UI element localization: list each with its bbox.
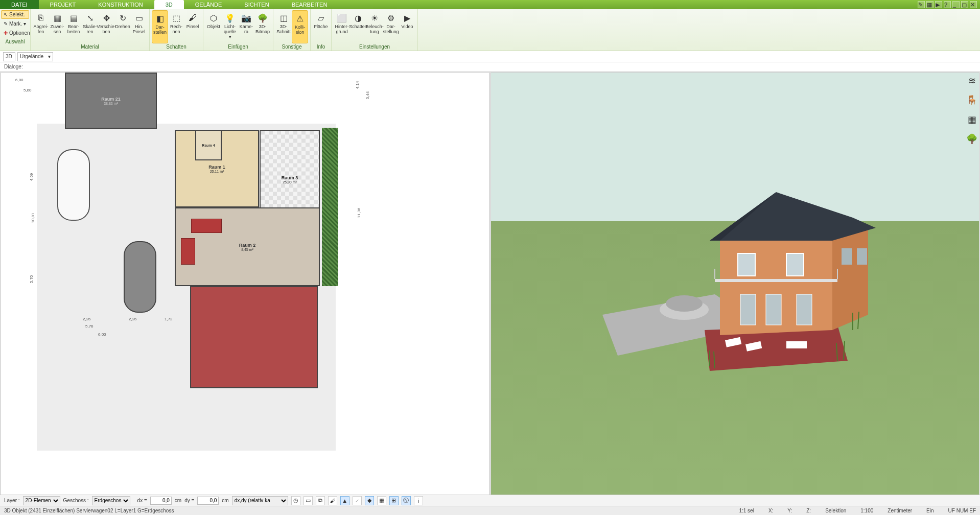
geschoss-select[interactable]: Erdgeschos [92,496,130,505]
ribbon-icon: ◫ [278,12,289,24]
paint-icon[interactable]: 🖌 [328,496,337,505]
group-schatten-label: Schatten [150,43,203,51]
ribbon-rg-sch-2[interactable]: 🖌Pinsel [184,10,201,43]
ribbon-rg-mat-5[interactable]: ↻Drehen [114,10,131,43]
input-bar: Layer : 2D-Elemen Geschoss : Erdgeschos … [0,495,980,506]
ribbon-rg-sch-0[interactable]: ◧Dar-stellen [152,10,168,43]
ribbon-rg-set-1[interactable]: ◑Schatten [350,10,366,43]
mark-button[interactable]: ✎Mark.▾ [1,19,29,28]
chair-icon[interactable]: 🪑 [966,94,978,106]
ortho-icon[interactable]: ⊞ [389,496,399,505]
group-sonstige-label: Sonstige [273,43,310,51]
status-ein: Ein [926,508,934,513]
info-icon[interactable]: i [414,496,423,505]
ribbon-rg-ein-0[interactable]: ⬡Objekt [205,10,222,43]
ribbon-rg-mat-3[interactable]: ⤡Skalie-ren [82,10,98,43]
menu-gelaende[interactable]: GELÄNDE [184,0,234,9]
dy-label: dy = [184,498,194,503]
snap-obj-icon[interactable]: Ⓝ [402,496,411,505]
options-button[interactable]: ✚Optionen [1,29,29,37]
ribbon-rg-son-0[interactable]: ◫3D-Schnitt [275,10,292,43]
ribbon-rg-set-4[interactable]: ▶Video [399,10,415,43]
menu-3d[interactable]: 3D [154,0,184,9]
ribbon-rg-mat-4[interactable]: ✥Verschie-ben [98,10,114,43]
close-icon[interactable]: ✕ [970,1,977,8]
status-z: Z: [806,508,811,513]
3d-view[interactable] [491,72,979,498]
ribbon-rg-ein-3[interactable]: 🌳3D-Bitmap [254,10,271,43]
layers-icon[interactable]: ≋ [966,75,978,87]
ribbon-icon: ⬡ [208,12,219,24]
clock-icon[interactable]: ◷ [291,496,300,505]
svg-rect-6 [738,253,755,276]
ribbon-icon: ▭ [133,12,145,24]
ribbon-rg-set-0[interactable]: ⬜Hinter-grund [334,10,350,43]
coord-mode-select[interactable]: dx,dy (relativ ka [232,496,288,505]
snap-end-icon[interactable]: ▲ [340,496,349,505]
minimize-icon[interactable]: _ [952,1,960,8]
ribbon-rg-mat-6[interactable]: ▭Hin.Pinsel [131,10,147,43]
2d-view[interactable]: Raum 2138,83 m² Raum 120,11 m² Raum 4 Ra… [1,72,489,498]
grid-icon[interactable]: ▦ [377,496,386,505]
layer-select[interactable]: Urgelände▾ [17,52,53,61]
room-2[interactable]: Raum 28,45 m² [175,207,320,286]
workspace: Raum 2138,83 m² Raum 120,11 m² Raum 4 Ra… [0,72,980,499]
maximize-icon[interactable]: ▢ [961,1,968,8]
svg-rect-9 [857,248,867,265]
ribbon-rg-sch-1[interactable]: ⬚Rech-nen [168,10,184,43]
svg-rect-11 [766,294,781,325]
ribbon-rg-set-3[interactable]: ⚙Dar-stellung [383,10,399,43]
dim-label: 4,14 [355,81,360,89]
room-4[interactable]: Raum 4 [195,130,222,160]
play-icon[interactable]: ▶ [935,1,942,8]
ribbon-icon: ▱ [315,12,326,24]
color-icon[interactable]: ▦ [926,1,934,8]
dim-label: 10,81 [31,213,35,223]
status-y: Y: [787,508,792,513]
help-icon[interactable]: ? [944,1,951,8]
menu-bearbeiten[interactable]: BEARBEITEN [281,0,339,9]
ribbon-icon: 📷 [241,12,252,24]
dx-label: dx = [137,498,147,503]
snap-mid-icon[interactable]: ◆ [365,496,374,505]
ribbon-icon: ⚙ [385,12,396,24]
ribbon-rg-ein-1[interactable]: 💡Licht-quelle ▾ [222,10,238,43]
dim-label: 5,44 [365,91,370,100]
ribbon-rg-mat-0[interactable]: ⎘Abgrei-fen [33,10,49,43]
palette-icon[interactable]: ▦ [966,113,978,126]
dy-input[interactable] [197,497,219,505]
dim-label: 6,00 [15,78,24,82]
ribbon-rg-ein-2[interactable]: 📷Kame-ra [238,10,254,43]
screen-icon[interactable]: ▭ [304,496,313,505]
snap-edge-icon[interactable]: ⟋ [353,496,362,505]
tree-icon[interactable]: 🌳 [966,133,978,145]
menu-konstruktion[interactable]: KONSTRUKTION [87,0,154,9]
layer-select-bottom[interactable]: 2D-Elemen [23,496,60,505]
status-num: UF NUM EF [948,508,976,513]
room-21[interactable]: Raum 2138,83 m² [65,73,157,129]
car-grey[interactable] [124,241,156,313]
status-bar: 3D Objekt (2431 Einzelflächen) Servierwa… [0,506,980,515]
group-icon[interactable]: ⧉ [316,496,325,505]
group-info-label: Info [311,43,331,51]
pen-icon[interactable]: ✎ [918,1,925,8]
ribbon-rg-set-2[interactable]: ☀Beleuch-tung [366,10,383,43]
menu-projekt[interactable]: PROJEKT [39,0,87,9]
ribbon-rg-info-0[interactable]: ▱Fläche [313,10,329,43]
select-button[interactable]: ↖Selekt. [1,10,29,19]
car-white[interactable] [57,149,90,221]
group-auswahl-label: Auswahl [0,38,30,45]
ribbon-rg-son-1[interactable]: ⚠Kolli-sion [292,10,308,43]
ribbon-icon: ⬜ [336,12,347,24]
layer-label: Layer : [4,498,20,503]
mode-select[interactable]: 3D [3,52,15,61]
menu-datei[interactable]: DATEI [0,0,39,9]
mark-icon: ✎ [4,21,8,27]
dx-input[interactable] [150,497,172,505]
terrace[interactable] [190,286,318,388]
status-x: X: [768,508,773,513]
hedge [322,128,338,286]
ribbon-rg-mat-1[interactable]: ▦Zuwei-sen [49,10,65,43]
ribbon-rg-mat-2[interactable]: ▤Bear-beiten [65,10,82,43]
menu-sichten[interactable]: SICHTEN [233,0,280,9]
